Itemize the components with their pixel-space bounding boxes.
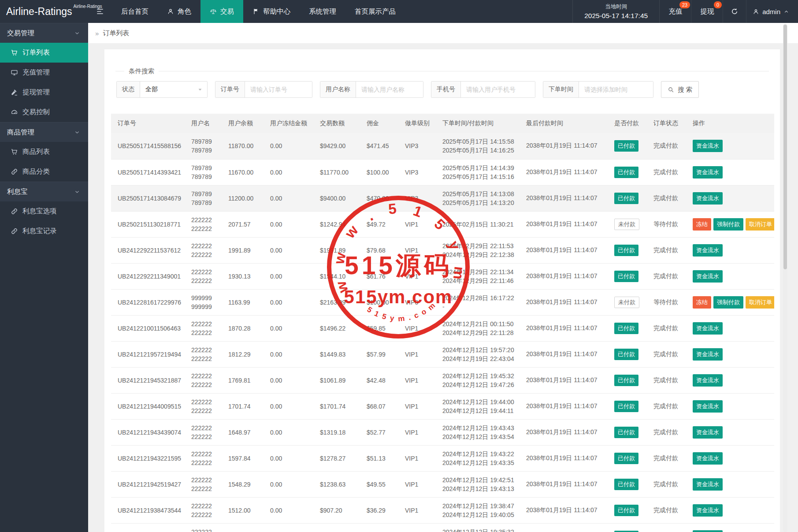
column-header: 用户余额 [222,114,264,133]
chevron-up-icon [783,9,789,15]
action-freeze-button[interactable]: 冻结 [693,218,711,231]
order-time-input[interactable] [579,82,653,97]
cell-commission: $470.00 [360,185,398,211]
action-flow-button[interactable]: 资金流水 [693,166,723,179]
sidebar-toggle-button[interactable] [88,0,112,23]
sidebar-item-goods-category[interactable]: 商品分类 [0,162,88,182]
sidebar-item-order-list[interactable]: 订单列表 [0,43,88,63]
status-select[interactable]: 全部 [140,82,207,97]
cell-commission: $49.72 [360,211,398,237]
cell-balance: 1597.84 [222,445,264,471]
nav-item-home[interactable]: 后台首页 [112,0,158,23]
cell-level: VIP3 [398,133,436,159]
cell-actions: 资金流水 [686,471,774,497]
action-flow-button[interactable]: 资金流水 [693,348,723,361]
cell-commission: $42.48 [360,367,398,393]
action-flow-button[interactable]: 资金流水 [693,530,723,532]
page-scrollbar[interactable] [783,24,787,532]
action-flow-button[interactable]: 资金流水 [693,504,723,517]
username-input[interactable] [356,82,423,97]
action-cancel-button[interactable]: 取消订单 [746,218,774,231]
cell-paid: 已付款 [608,185,647,211]
nav-item-home-products[interactable]: 首页展示产品 [345,0,405,23]
order-no-filter: 订单号 [215,81,312,98]
cell-paid: 已付款 [608,445,647,471]
sidebar-item-withdraw-mgmt[interactable]: 提现管理 [0,82,88,102]
sidebar-group-lixibao[interactable]: 利息宝 [0,182,88,201]
paid-status-badge: 已付款 [614,531,638,532]
paid-status-badge: 已付款 [614,375,638,386]
paid-status-badge: 已付款 [614,453,638,464]
column-header: 做单级别 [398,114,436,133]
sidebar-group-goods-mgmt[interactable]: 商品管理 [0,122,88,142]
cell-last-pay-time: 2038年01月19日 11:14:07 [520,523,608,532]
user-menu[interactable]: admin [746,0,798,23]
cell-paid: 已付款 [608,133,647,159]
cell-frozen: 0.00 [264,289,313,315]
action-flow-button[interactable]: 资金流水 [693,244,723,257]
order-no-input[interactable] [245,82,312,97]
cell-level: VIP1 [398,471,436,497]
orders-table: 订单号用户名用户余额用户冻结金额交易数额佣金做单级别下单时间/付款时间最后付款时… [111,114,773,532]
cell-amount: $1242.94 [313,211,360,237]
action-freeze-button[interactable]: 冻结 [693,296,711,309]
action-force-button[interactable]: 强制付款 [713,296,743,309]
cell-frozen: 0.00 [264,159,313,185]
nav-item-help[interactable]: 帮助中心 [243,0,300,23]
action-flow-button[interactable]: 资金流水 [693,374,723,387]
cell-username: 222222222222 [185,315,222,341]
paid-status-badge: 已付款 [614,140,638,152]
cell-paid: 已付款 [608,523,647,532]
nav-item-roles[interactable]: 角色 [158,0,200,23]
cell-frozen: 0.00 [264,523,313,532]
action-cancel-button[interactable]: 取消订单 [746,296,774,309]
action-flow-button[interactable]: 资金流水 [693,192,723,205]
cell-last-pay-time: 2038年01月19日 11:14:07 [520,315,608,341]
cell-actions: 资金流水 [686,445,774,471]
action-flow-button[interactable]: 资金流水 [693,140,723,152]
sidebar-item-lixibao-records[interactable]: 利息宝记录 [0,221,88,241]
sidebar-group-label: 商品管理 [7,128,34,137]
nav-item-label: 角色 [178,7,191,16]
cell-paid: 已付款 [608,471,647,497]
sidebar-item-lixibao-options[interactable]: 利息宝选项 [0,201,88,221]
action-flow-button[interactable]: 资金流水 [693,452,723,465]
cell-balance: 1648.97 [222,419,264,445]
sidebar-group-trade-mgmt[interactable]: 交易管理 [0,23,88,43]
refresh-button[interactable] [723,0,746,23]
action-force-button[interactable]: 强制付款 [713,218,743,231]
cell-commission: $49.55 [360,471,398,497]
cell-order-no: UB2412121938473544 [111,497,185,523]
cell-commission: $100.00 [360,159,398,185]
cell-balance: 1930.13 [222,263,264,289]
navbar-menu: 后台首页角色交易帮助中心系统管理首页展示产品 [112,0,405,23]
sidebar-item-trade-control[interactable]: 交易控制 [0,102,88,122]
table-row: UB24121219425194272222222222221548.290.0… [111,471,774,497]
action-flow-button[interactable]: 资金流水 [693,400,723,413]
cell-username: 222222222222 [185,393,222,419]
scrollbar-thumb[interactable] [783,25,787,269]
phone-input[interactable] [461,82,535,97]
nav-item-system[interactable]: 系统管理 [300,0,345,23]
cell-level: VIP1 [398,419,436,445]
withdraw-button[interactable]: 提现 0 [691,0,723,23]
action-flow-button[interactable]: 资金流水 [693,270,723,283]
recharge-button[interactable]: 充值 23 [660,0,691,23]
table-row: UB25021511302187712222222222222071.570.0… [111,211,774,237]
action-flow-button[interactable]: 资金流水 [693,478,723,491]
action-flow-button[interactable]: 资金流水 [693,426,723,439]
user-icon [753,8,759,15]
cell-paid: 已付款 [608,367,647,393]
app-logo[interactable]: Airline-Ratings Airline-Ratings [0,0,88,23]
monitor-icon [11,69,18,76]
action-flow-button[interactable]: 资金流水 [693,322,723,335]
nav-item-trade[interactable]: 交易 [200,0,243,23]
sidebar-item-recharge-mgmt[interactable]: 充值管理 [0,63,88,82]
cell-frozen: 0.00 [264,341,313,367]
table-row: UB250517141558815678978978978911870.000.… [111,133,774,159]
cell-amount: $1278.27 [313,445,360,471]
sidebar-item-goods-list[interactable]: 商品列表 [0,142,88,162]
search-button[interactable]: 搜 索 [661,81,699,98]
cell-actions: 资金流水 [686,159,774,185]
local-time-label: 当地时间 [584,3,648,11]
